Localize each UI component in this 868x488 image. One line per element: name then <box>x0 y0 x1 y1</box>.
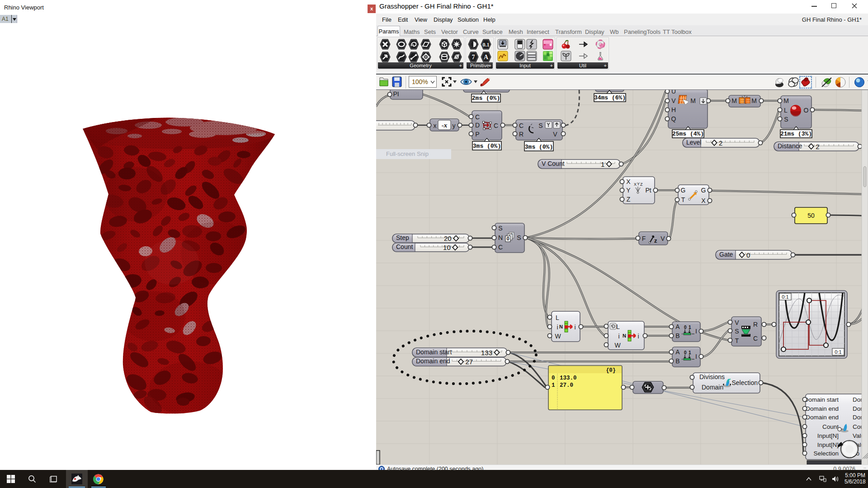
svg-text:L: L <box>784 107 788 114</box>
svg-text:x: x <box>434 122 437 129</box>
svg-text:W: W <box>614 342 621 349</box>
svg-text:7: 7 <box>472 54 475 61</box>
svg-text:Input[N]: Input[N] <box>817 441 839 448</box>
svg-text:A: A <box>484 54 489 61</box>
svg-text:21ms (3%): 21ms (3%) <box>780 131 812 137</box>
svg-text:0: 0 <box>506 236 509 241</box>
svg-text:25ms (4%): 25ms (4%) <box>672 131 704 137</box>
svg-text:Z: Z <box>640 182 643 187</box>
svg-text:M: M <box>731 97 737 104</box>
svg-text:Domain end: Domain end <box>806 405 839 412</box>
svg-text:V: V <box>671 97 676 104</box>
svg-text:Level: Level <box>686 139 701 146</box>
svg-text:Y: Y <box>637 182 640 186</box>
svg-text:M: M <box>751 97 757 104</box>
svg-text:D: D <box>475 122 480 129</box>
svg-text:M: M <box>783 97 789 104</box>
svg-text:3ms (0%): 3ms (0%) <box>473 143 501 150</box>
svg-text:X: X <box>634 182 637 187</box>
svg-text:R: R <box>519 131 524 138</box>
svg-text:X: X <box>626 178 631 185</box>
svg-text:V: V <box>735 319 739 326</box>
svg-text:i: i <box>637 333 639 340</box>
svg-text:C: C <box>753 335 758 342</box>
svg-text:C: C <box>498 244 503 251</box>
svg-text:0.1: 0.1 <box>483 42 490 48</box>
svg-text:X: X <box>701 197 706 204</box>
svg-text:C: C <box>475 113 480 121</box>
svg-text:133.0: 133.0 <box>560 375 577 381</box>
svg-text:Y: Y <box>626 187 631 194</box>
svg-text:S: S <box>517 234 521 241</box>
svg-text:3ms (0%): 3ms (0%) <box>525 144 553 150</box>
svg-text:V: V <box>553 131 557 138</box>
svg-text:Z: Z <box>627 196 631 203</box>
svg-text:20: 20 <box>444 235 452 242</box>
svg-text:I: I <box>695 353 697 360</box>
svg-text:H: H <box>671 106 676 113</box>
svg-text:Count: Count <box>396 243 413 250</box>
svg-text:Full-screen Snip: Full-screen Snip <box>386 150 429 157</box>
svg-text:Step: Step <box>396 234 409 241</box>
svg-text:0:1: 0:1 <box>835 349 841 355</box>
svg-text:U: U <box>671 90 676 95</box>
svg-text:Distance: Distance <box>778 142 802 150</box>
svg-text:Domain start: Domain start <box>804 396 839 403</box>
svg-text:N: N <box>559 324 563 329</box>
svg-text:Count: Count <box>822 423 839 430</box>
svg-text:i: i <box>574 324 576 331</box>
svg-text:i: i <box>618 333 619 340</box>
svg-text:P: P <box>475 131 479 138</box>
svg-text:Selection: Selection <box>813 450 839 457</box>
svg-text:V Count: V Count <box>542 160 565 167</box>
svg-text:0: 0 <box>684 350 687 355</box>
svg-text:G: G <box>681 187 686 194</box>
svg-text:0: 0 <box>746 251 750 259</box>
svg-text:27: 27 <box>465 358 473 366</box>
svg-text:2ms (0%): 2ms (0%) <box>472 95 500 102</box>
svg-text:A: A <box>675 348 680 356</box>
svg-text:1: 1 <box>601 160 604 168</box>
svg-text:I: I <box>695 328 697 335</box>
svg-text:2: 2 <box>816 143 819 150</box>
svg-text:{0}: {0} <box>606 367 616 374</box>
svg-text:Q: Q <box>671 115 676 122</box>
svg-text:y: y <box>453 122 456 129</box>
svg-text:O: O <box>804 107 809 114</box>
svg-text:0: 0 <box>552 375 555 381</box>
svg-text:F: F <box>642 235 646 242</box>
svg-text:B: B <box>675 357 679 365</box>
svg-text:S: S <box>498 225 502 232</box>
svg-text:1: 1 <box>689 325 691 330</box>
svg-text:i: i <box>557 324 558 331</box>
svg-text:PI: PI <box>393 90 399 98</box>
svg-text:C: C <box>494 122 498 129</box>
svg-text:Divisions: Divisions <box>699 373 725 380</box>
svg-text:S: S <box>538 122 542 129</box>
svg-text:Pt: Pt <box>645 187 651 194</box>
svg-text:T: T <box>681 196 685 203</box>
svg-text:50: 50 <box>807 212 815 219</box>
svg-text:C: C <box>519 122 524 129</box>
svg-text:z: z <box>654 237 657 244</box>
svg-text:Input[N]: Input[N] <box>817 432 839 439</box>
svg-text:-x: -x <box>442 122 448 129</box>
svg-text:Selection: Selection <box>731 379 758 386</box>
svg-text:1: 1 <box>552 382 555 389</box>
svg-text:S: S <box>735 328 739 335</box>
svg-text:A: A <box>675 323 680 330</box>
svg-text:T: T <box>735 337 739 344</box>
svg-text:B: B <box>675 332 679 339</box>
svg-text:Domain end: Domain end <box>416 357 450 365</box>
svg-text:S: S <box>784 116 788 123</box>
svg-text:V: V <box>660 235 665 242</box>
svg-text:1: 1 <box>689 350 691 355</box>
svg-text:133: 133 <box>481 349 492 357</box>
svg-text:0: 0 <box>684 325 687 330</box>
svg-text:N: N <box>498 234 503 241</box>
svg-text:27.0: 27.0 <box>560 382 573 389</box>
svg-text:Domain start: Domain start <box>416 348 452 356</box>
svg-text:2: 2 <box>719 139 722 147</box>
svg-text:L: L <box>616 323 620 330</box>
svg-text:W: W <box>555 333 561 340</box>
